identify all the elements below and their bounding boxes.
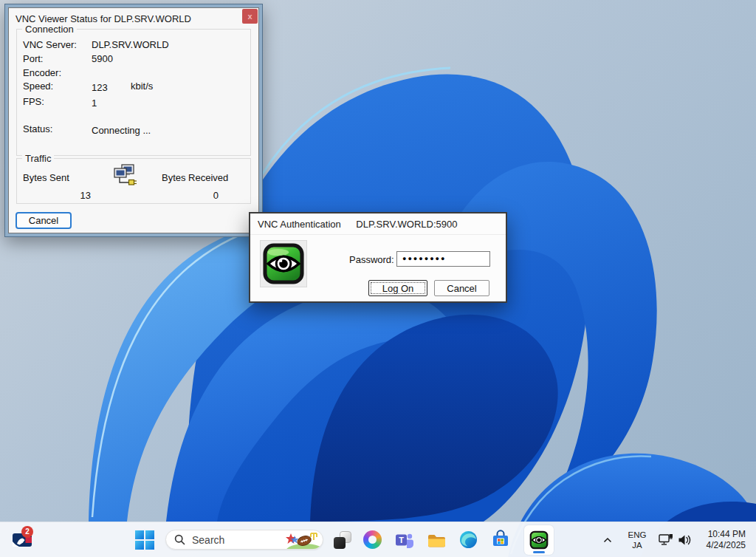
vnc-auth-dialog: VNC Authentication DLP.SRV.WORLD:5900 Pa… [249, 212, 507, 303]
time-text: 10:44 PM [708, 529, 746, 540]
teams-icon: T [395, 530, 414, 550]
language-secondary: JA [632, 540, 642, 550]
hidden-icons-chevron[interactable] [600, 533, 615, 547]
auth-cancel-button[interactable]: Cancel [434, 280, 489, 296]
close-icon[interactable]: x [242, 9, 258, 24]
speed-unit: kbit/s [131, 81, 153, 92]
chevron-up-icon [603, 537, 612, 543]
edge-icon [459, 530, 478, 549]
search-icon [174, 534, 185, 545]
ultravnc-eye-icon [260, 240, 307, 287]
port-label: Port: [23, 53, 43, 64]
bytes-sent-value: 13 [23, 190, 91, 201]
ethernet-icon [659, 533, 673, 547]
language-primary: ENG [628, 530, 647, 540]
copilot-button[interactable] [363, 530, 382, 549]
search-placeholder: Search [192, 534, 224, 546]
file-explorer-icon [427, 530, 447, 550]
file-explorer-button[interactable] [427, 530, 447, 550]
speed-value: 123 [92, 82, 108, 93]
speed-label: Speed: [23, 81, 53, 92]
task-view-front-square [334, 537, 346, 549]
cancel-button[interactable]: Cancel [16, 212, 72, 229]
notification-badge: 2 [21, 526, 33, 538]
vnc-status-dialog: VNC Viewer Status for DLP.SRV.WORLD x Co… [4, 4, 263, 237]
auth-titlebar: VNC Authentication DLP.SRV.WORLD:5900 [250, 213, 506, 235]
ultravnc-icon [529, 530, 549, 550]
copilot-icon [363, 530, 382, 549]
speaker-icon [678, 534, 692, 546]
windows-logo-icon [135, 530, 154, 550]
active-app-indicator [533, 551, 545, 553]
connection-group: Connection VNC Server: DLP.SRV.WORLD Por… [16, 29, 251, 156]
task-view-button[interactable] [333, 530, 352, 550]
ultravnc-taskbar-button-active[interactable] [524, 525, 554, 555]
vnc-status-dialog-body: VNC Viewer Status for DLP.SRV.WORLD x Co… [8, 7, 259, 233]
password-input[interactable]: ●●●●●●●● [396, 251, 490, 267]
microsoft-store-button[interactable] [491, 530, 510, 550]
edge-button[interactable] [459, 530, 478, 549]
network-tray-button[interactable] [658, 533, 674, 547]
fps-value: 1 [92, 98, 97, 109]
bytes-received-label: Bytes Received [162, 172, 228, 183]
volume-tray-button[interactable] [676, 533, 693, 547]
status-value: Connecting ... [92, 125, 151, 136]
desktop: VNC Viewer Status for DLP.SRV.WORLD x Co… [0, 0, 756, 557]
date-text: 4/24/2025 [707, 540, 746, 551]
traffic-group: Traffic Bytes Sent Bytes Received [16, 158, 251, 204]
microsoft-store-icon [491, 530, 510, 550]
encoder-label: Encoder: [23, 67, 61, 78]
vnc-server-value: DLP.SRV.WORLD [92, 39, 169, 50]
traffic-group-label: Traffic [22, 153, 54, 164]
auth-server-address: DLP.SRV.WORLD:5900 [356, 219, 457, 230]
vnc-server-label: VNC Server: [23, 39, 77, 50]
connection-group-label: Connection [22, 24, 77, 35]
teams-button[interactable]: T [395, 530, 414, 550]
dialog-title: VNC Viewer Status for DLP.SRV.WORLD [16, 13, 191, 24]
search-box[interactable]: Search [165, 530, 323, 550]
svg-text:T: T [399, 536, 404, 544]
auth-dialog-title: VNC Authentication [258, 219, 341, 230]
clock[interactable]: 10:44 PM 4/24/2025 [697, 529, 746, 551]
widgets-button[interactable]: 2 [7, 527, 37, 553]
language-indicator[interactable]: ENG JA [622, 529, 652, 551]
start-button[interactable] [135, 530, 154, 550]
password-label: Password: [349, 254, 394, 265]
network-transfer-icon [111, 163, 138, 190]
taskbar: 2 Search [0, 522, 756, 557]
fps-label: FPS: [23, 96, 44, 107]
port-value: 5900 [92, 53, 113, 64]
bytes-sent-label: Bytes Sent [23, 172, 69, 183]
log-on-button[interactable]: Log On [368, 280, 427, 296]
search-highlight-sports-icon [284, 531, 321, 550]
bytes-received-value: 0 [154, 190, 219, 201]
status-label: Status: [23, 123, 52, 134]
